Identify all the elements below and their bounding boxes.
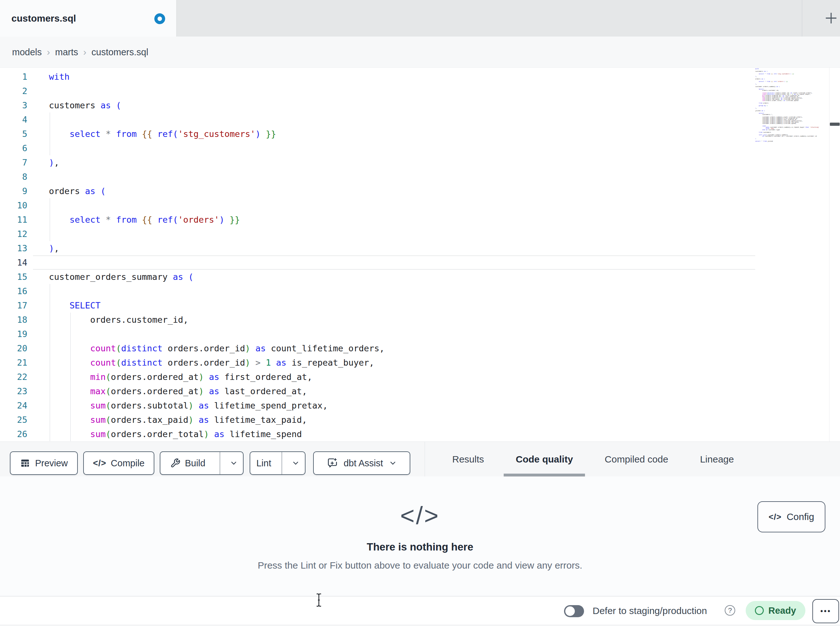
code-line[interactable]: 15customer_orders_summary as ( (0, 270, 385, 284)
code-text: with (49, 70, 69, 84)
line-number: 23 (0, 384, 27, 398)
breadcrumb-item[interactable]: models (12, 47, 42, 57)
code-line[interactable]: 4 (0, 112, 385, 127)
tab-code-quality-label: Code quality (516, 454, 573, 465)
code-line[interactable]: 24 sum(orders.subtotal) as lifetime_spen… (0, 398, 385, 413)
code-icon: </> (0, 501, 840, 530)
dbt-assist-button[interactable]: dbt Assist (313, 451, 410, 475)
chevron-down-icon (230, 459, 238, 467)
chevron-down-icon (292, 459, 300, 467)
line-number: 16 (0, 284, 27, 298)
code-line[interactable]: 3customers as ( (0, 98, 385, 112)
code-line[interactable]: 21 count(distinct orders.order_id) > 1 a… (0, 356, 385, 370)
line-number: 25 (0, 413, 27, 427)
code-editor[interactable]: 1with23customers as (45 select * from {{… (0, 68, 840, 441)
code-text: count(distinct orders.order_id) as count… (49, 341, 385, 356)
code-line[interactable]: 13), (0, 241, 385, 255)
line-number: 10 (0, 198, 27, 212)
indent-guide (49, 127, 50, 141)
split-divider (282, 452, 282, 474)
code-text: SELECT (49, 298, 101, 313)
lint-dropdown-button[interactable] (286, 452, 305, 474)
line-number: 9 (0, 184, 27, 198)
line-number: 11 (0, 212, 27, 227)
scrollbar-marker[interactable] (830, 123, 840, 126)
table-icon (20, 458, 30, 468)
build-button-main[interactable]: Build (160, 452, 215, 474)
line-number: 12 (0, 227, 27, 241)
defer-toggle[interactable] (564, 605, 584, 617)
line-number: 5 (0, 127, 27, 141)
indent-guide (49, 327, 50, 341)
indent-guide (70, 327, 71, 341)
compile-button-label: Compile (111, 458, 145, 468)
build-dropdown-button[interactable] (224, 452, 243, 474)
tab-code-quality[interactable]: Code quality (504, 442, 585, 477)
code-line[interactable]: 17 SELECT (0, 298, 385, 313)
help-icon[interactable]: ? (725, 605, 735, 615)
code-line[interactable]: 9orders as ( (0, 184, 385, 198)
empty-state-title: There is nothing here (0, 541, 840, 553)
status-badge: Ready (746, 601, 805, 620)
preview-button-label: Preview (35, 458, 68, 468)
code-line[interactable]: 8 (0, 169, 385, 184)
code-line[interactable]: 16 (0, 284, 385, 298)
line-number: 21 (0, 356, 27, 370)
code-lines: 1with23customers as (45 select * from {{… (0, 70, 385, 441)
code-line[interactable]: 25 sum(orders.tax_paid) as lifetime_tax_… (0, 413, 385, 427)
code-line[interactable]: 1with (0, 70, 385, 84)
indent-guide (49, 227, 50, 241)
lint-button-main[interactable]: Lint (250, 452, 277, 474)
action-toolbar: Preview </> Compile Build Lint (0, 441, 840, 476)
plus-icon (823, 10, 839, 26)
code-line[interactable]: 19 (0, 327, 385, 341)
code-line[interactable]: 11 select * from {{ ref('orders') }} (0, 212, 385, 227)
code-line[interactable]: 20 count(distinct orders.order_id) as co… (0, 341, 385, 356)
preview-button[interactable]: Preview (10, 451, 78, 475)
minimap[interactable]: withcustomers as ( select * from {{ ref(… (755, 68, 828, 144)
tab-results[interactable]: Results (440, 442, 496, 477)
wrench-icon (170, 458, 180, 468)
code-line[interactable]: 10 (0, 198, 385, 212)
code-line[interactable]: 5 select * from {{ ref('stg_customers') … (0, 127, 385, 141)
code-text: customers as ( (49, 98, 121, 112)
new-tab-button[interactable] (818, 5, 840, 32)
tab-lineage[interactable]: Lineage (688, 442, 746, 477)
lint-button[interactable]: Lint (249, 451, 306, 475)
line-number: 14 (0, 255, 27, 270)
code-line[interactable]: 12 (0, 227, 385, 241)
minimap-line: select * from joined (755, 141, 828, 142)
breadcrumb-item[interactable]: marts (55, 47, 79, 57)
line-number: 26 (0, 427, 27, 441)
build-button[interactable]: Build (160, 451, 243, 475)
code-line[interactable]: 26 sum(orders.order_total) as lifetime_s… (0, 427, 385, 441)
ready-circle-icon (755, 606, 764, 615)
compile-button[interactable]: </> Compile (83, 451, 154, 475)
tab-compiled-code[interactable]: Compiled code (593, 442, 680, 477)
line-number: 22 (0, 370, 27, 384)
line-number: 15 (0, 270, 27, 284)
indent-guide (49, 356, 50, 370)
code-icon: </> (93, 459, 106, 468)
line-number: 13 (0, 241, 27, 255)
code-line[interactable]: 23 max(orders.ordered_at) as last_ordere… (0, 384, 385, 398)
line-number: 6 (0, 141, 27, 155)
more-options-button[interactable]: ••• (812, 599, 839, 623)
code-line[interactable]: 7), (0, 155, 385, 169)
code-line[interactable]: 2 (0, 84, 385, 98)
breadcrumb-row: models›marts›customers.sql Save (0, 36, 840, 68)
breadcrumb: models›marts›customers.sql (12, 36, 148, 68)
code-line[interactable]: 14 (0, 255, 385, 270)
breadcrumb-item[interactable]: customers.sql (92, 47, 148, 57)
config-button[interactable]: </> Config (758, 501, 826, 532)
code-line[interactable]: 6 (0, 141, 385, 155)
code-line[interactable]: 18 orders.customer_id, (0, 313, 385, 327)
tab-title: customers.sql (11, 13, 76, 24)
code-text: ), (49, 155, 59, 169)
indent-guide (70, 427, 71, 441)
tab-customers-sql[interactable]: customers.sql (0, 0, 177, 36)
code-line[interactable]: 22 min(orders.ordered_at) as first_order… (0, 370, 385, 384)
result-tabs: Results Code quality Compiled code Linea… (440, 442, 746, 477)
empty-state: </> There is nothing here Press the Lint… (0, 476, 840, 571)
assist-chat-icon (327, 457, 338, 469)
